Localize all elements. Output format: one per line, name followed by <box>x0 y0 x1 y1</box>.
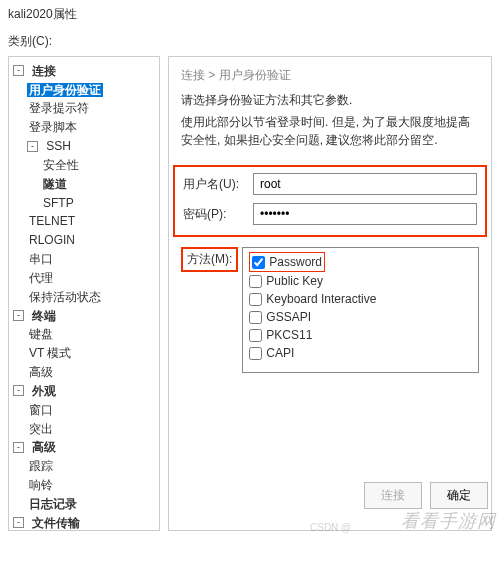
tree-item-ssh[interactable]: SSH <box>44 139 73 153</box>
watermark: 看看手游网 <box>401 509 496 533</box>
tree-item-trace[interactable]: 跟踪 <box>27 459 55 473</box>
tree-toggle-icon[interactable]: - <box>13 517 24 528</box>
method-list: Password Public Key Keyboard Interactive… <box>242 247 479 373</box>
username-input[interactable] <box>253 173 477 195</box>
tree-item-window[interactable]: 窗口 <box>27 403 55 417</box>
tree-toggle-icon[interactable]: - <box>13 385 24 396</box>
tree-item-vtmode[interactable]: VT 模式 <box>27 346 73 360</box>
tree-item-telnet[interactable]: TELNET <box>27 214 77 228</box>
main-area: - 连接 用户身份验证 登录提示符 登录脚本 - SSH 安全性 隧道 SFT <box>0 56 500 539</box>
tree-item-sftp[interactable]: SFTP <box>41 196 76 210</box>
credentials-highlight: 用户名(U): 密码(P): <box>173 165 487 237</box>
tree-item-keepalive[interactable]: 保持活动状态 <box>27 290 103 304</box>
method-option-label: Public Key <box>266 272 323 290</box>
tree-item-filetransfer[interactable]: 文件传输 <box>30 516 82 530</box>
method-checkbox-gssapi[interactable] <box>249 311 262 324</box>
tree-toggle-icon[interactable]: - <box>13 310 24 321</box>
password-label: 密码(P): <box>183 206 253 223</box>
username-label: 用户名(U): <box>183 176 253 193</box>
description-line1: 请选择身份验证方法和其它参数. <box>181 92 479 109</box>
tree-toggle-icon[interactable]: - <box>27 141 38 152</box>
method-row: 方法(M): Password Public Key Keyboard Inte… <box>181 247 479 373</box>
tree-item-appearance[interactable]: 外观 <box>30 384 58 398</box>
tree-item-authentication[interactable]: 用户身份验证 <box>27 83 103 97</box>
description-line2: 使用此部分以节省登录时间. 但是, 为了最大限度地提高安全性, 如果担心安全问题… <box>181 113 479 149</box>
window-title: kali2020属性 <box>0 0 500 29</box>
method-checkbox-keyboardinteractive[interactable] <box>249 293 262 306</box>
method-option-label: GSSAPI <box>266 308 311 326</box>
tree-item-proxy[interactable]: 代理 <box>27 271 55 285</box>
method-password-highlight: Password <box>249 252 325 272</box>
tree-item-tunnel[interactable]: 隧道 <box>41 177 69 191</box>
content-panel: 连接 > 用户身份验证 请选择身份验证方法和其它参数. 使用此部分以节省登录时间… <box>168 56 492 531</box>
method-option-label: Password <box>269 253 322 271</box>
connect-button[interactable]: 连接 <box>364 482 422 509</box>
category-label: 类别(C): <box>0 29 500 56</box>
method-checkbox-publickey[interactable] <box>249 275 262 288</box>
category-tree: - 连接 用户身份验证 登录提示符 登录脚本 - SSH 安全性 隧道 SFT <box>8 56 160 531</box>
method-option-label: Keyboard Interactive <box>266 290 376 308</box>
tree-item-logging[interactable]: 日志记录 <box>27 497 79 511</box>
tree-item-bell[interactable]: 响铃 <box>27 478 55 492</box>
tree-item-terminal[interactable]: 终端 <box>30 309 58 323</box>
tree-item-advanced-terminal[interactable]: 高级 <box>27 365 55 379</box>
tree-item-login-prompt[interactable]: 登录提示符 <box>27 101 91 115</box>
tree-item-highlight[interactable]: 突出 <box>27 422 55 436</box>
tree-item-rlogin[interactable]: RLOGIN <box>27 233 77 247</box>
method-checkbox-password[interactable] <box>252 256 265 269</box>
tree-item-keyboard[interactable]: 键盘 <box>27 327 55 341</box>
password-input[interactable] <box>253 203 477 225</box>
bottom-button-bar: 连接 确定 <box>364 482 488 509</box>
method-checkbox-pkcs11[interactable] <box>249 329 262 342</box>
tree-item-security[interactable]: 安全性 <box>41 158 81 172</box>
ok-button[interactable]: 确定 <box>430 482 488 509</box>
tree-toggle-icon[interactable]: - <box>13 65 24 76</box>
tree-item-login-script[interactable]: 登录脚本 <box>27 120 79 134</box>
method-option-label: CAPI <box>266 344 294 362</box>
tree-toggle-icon[interactable]: - <box>13 442 24 453</box>
tree-item-advanced[interactable]: 高级 <box>30 440 58 454</box>
method-checkbox-capi[interactable] <box>249 347 262 360</box>
tree-item-connection[interactable]: 连接 <box>30 64 58 78</box>
breadcrumb: 连接 > 用户身份验证 <box>181 67 479 84</box>
method-label-highlight: 方法(M): <box>181 247 238 272</box>
tree-item-serial[interactable]: 串口 <box>27 252 55 266</box>
watermark-small: CSDN @ <box>310 522 351 533</box>
method-option-label: PKCS11 <box>266 326 312 344</box>
method-label: 方法(M): <box>187 252 232 266</box>
